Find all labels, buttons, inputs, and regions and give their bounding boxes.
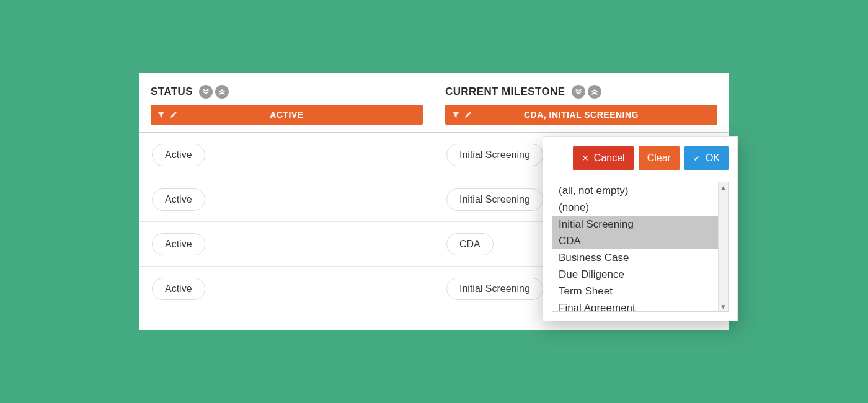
ok-button-label: OK <box>706 153 720 164</box>
table-row: Active <box>140 222 434 267</box>
scrollbar[interactable]: ▲ ▼ <box>718 182 728 311</box>
scroll-up-button[interactable]: ▲ <box>719 182 728 192</box>
status-pill[interactable]: Active <box>152 144 205 166</box>
data-panel: STATUS ACTIVE Active Active Active Activ… <box>140 73 728 330</box>
filter-option[interactable]: Business Case <box>552 249 718 266</box>
double-chevron-up-icon <box>591 88 598 95</box>
double-chevron-down-icon <box>575 88 582 95</box>
table-row: Active <box>140 133 434 177</box>
filter-option[interactable]: Initial Screening <box>552 216 718 232</box>
table-row: Active <box>140 177 434 222</box>
filter-option[interactable]: (all, not empty) <box>552 182 718 199</box>
filter-option[interactable]: Due Diligence <box>552 266 718 283</box>
status-pill[interactable]: Active <box>152 233 205 255</box>
status-filter-text: ACTIVE <box>151 110 423 120</box>
milestone-sort-desc-button[interactable] <box>572 85 585 99</box>
milestone-pill[interactable]: Initial Screening <box>446 278 543 300</box>
status-sort-desc-button[interactable] <box>199 85 213 99</box>
close-icon: ✕ <box>582 154 589 162</box>
filter-option[interactable]: (none) <box>552 199 718 216</box>
funnel-icon <box>451 110 460 119</box>
cancel-button-label: Cancel <box>594 153 625 164</box>
status-column: STATUS ACTIVE Active Active Active Activ… <box>140 73 434 330</box>
check-icon: ✓ <box>693 154 701 162</box>
milestone-pill[interactable]: Initial Screening <box>446 144 543 166</box>
double-chevron-up-icon <box>218 88 226 95</box>
status-pill[interactable]: Active <box>152 278 205 300</box>
scroll-down-button[interactable]: ▼ <box>719 301 728 311</box>
pencil-icon <box>169 110 178 119</box>
milestone-pill[interactable]: CDA <box>446 233 494 255</box>
funnel-icon <box>157 110 166 119</box>
filter-option[interactable]: Term Sheet <box>552 283 718 299</box>
clear-button[interactable]: Clear <box>639 146 680 170</box>
table-row: Active <box>140 267 434 311</box>
milestone-pill[interactable]: Initial Screening <box>446 188 543 211</box>
milestone-header: CURRENT MILESTONE <box>445 86 565 98</box>
milestone-sort-asc-button[interactable] <box>588 85 601 99</box>
status-pill[interactable]: Active <box>152 188 205 211</box>
filter-option[interactable]: Final Agreement <box>552 299 718 311</box>
filter-option[interactable]: CDA <box>552 232 718 249</box>
pencil-icon <box>464 110 472 119</box>
status-filter-bar[interactable]: ACTIVE <box>151 105 423 125</box>
cancel-button[interactable]: ✕ Cancel <box>573 146 634 170</box>
filter-options-listbox[interactable]: (all, not empty)(none)Initial ScreeningC… <box>552 182 728 312</box>
clear-button-label: Clear <box>647 153 671 164</box>
ok-button[interactable]: ✓ OK <box>684 146 728 170</box>
status-sort-asc-button[interactable] <box>215 85 229 99</box>
milestone-filter-popup: ✕ Cancel Clear ✓ OK (all, not empty)(non… <box>542 136 738 321</box>
milestone-filter-text: CDA, INITIAL SCREENING <box>445 110 717 120</box>
status-header: STATUS <box>151 86 193 98</box>
milestone-filter-bar[interactable]: CDA, INITIAL SCREENING <box>445 105 717 125</box>
double-chevron-down-icon <box>202 88 210 95</box>
